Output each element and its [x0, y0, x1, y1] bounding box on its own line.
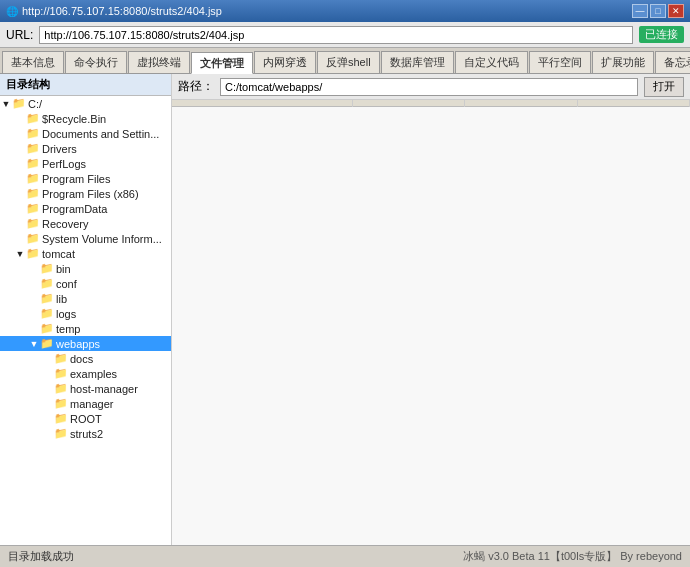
path-label: 路径：	[178, 78, 214, 95]
tab-basic[interactable]: 基本信息	[2, 51, 64, 73]
col-modified[interactable]	[465, 100, 578, 107]
title-bar: 🌐 http://106.75.107.15:8080/struts2/404.…	[0, 0, 690, 22]
folder-icon: 📁	[40, 292, 54, 305]
tab-customcode[interactable]: 自定义代码	[455, 51, 528, 73]
folder-icon: 📁	[26, 157, 40, 170]
tab-bar: 基本信息命令执行虚拟终端文件管理内网穿透反弹shell数据库管理自定义代码平行空…	[0, 48, 690, 74]
folder-icon: 📁	[54, 397, 68, 410]
open-button[interactable]: 打开	[644, 77, 684, 97]
folder-icon: 📁	[40, 337, 54, 350]
folder-icon: 📁	[26, 232, 40, 245]
sidebar-item-struts2_wa[interactable]: 📁 struts2	[0, 426, 171, 441]
tree-label: examples	[70, 368, 117, 380]
folder-icon: 📁	[26, 112, 40, 125]
file-table-header	[172, 100, 690, 107]
tree-label: Drivers	[42, 143, 77, 155]
sidebar-item-webapps[interactable]: ▼ 📁 webapps	[0, 336, 171, 351]
folder-icon: 📁	[26, 142, 40, 155]
url-label: URL:	[6, 28, 33, 42]
tree-label: Documents and Settin...	[42, 128, 159, 140]
folder-icon: 📁	[54, 352, 68, 365]
tree-label: ProgramData	[42, 203, 107, 215]
tree-label: $Recycle.Bin	[42, 113, 106, 125]
minimize-button[interactable]: —	[632, 4, 648, 18]
status-text: 目录加载成功	[8, 549, 74, 564]
folder-icon: 📁	[40, 307, 54, 320]
maximize-button[interactable]: □	[650, 4, 666, 18]
tree-label: ROOT	[70, 413, 102, 425]
folder-icon: 📁	[54, 382, 68, 395]
sidebar-item-program_files_x86[interactable]: 📁 Program Files (x86)	[0, 186, 171, 201]
folder-icon: 📁	[26, 187, 40, 200]
tree-label: System Volume Inform...	[42, 233, 162, 245]
tab-vterm[interactable]: 虚拟终端	[128, 51, 190, 73]
tree-label: temp	[56, 323, 80, 335]
tree-label: conf	[56, 278, 77, 290]
url-input[interactable]	[39, 26, 633, 44]
tab-revshell[interactable]: 反弹shell	[317, 51, 380, 73]
folder-icon: 📁	[40, 322, 54, 335]
tab-dbmgr[interactable]: 数据库管理	[381, 51, 454, 73]
sidebar-tree: ▼ 📁 C:/ 📁 $Recycle.Bin 📁 Documents and S…	[0, 96, 171, 441]
col-size[interactable]	[352, 100, 465, 107]
folder-icon: 📁	[26, 247, 40, 260]
sidebar-item-manager_wa[interactable]: 📁 manager	[0, 396, 171, 411]
sidebar-item-drivers[interactable]: 📁 Drivers	[0, 141, 171, 156]
sidebar-item-docs_settings[interactable]: 📁 Documents and Settin...	[0, 126, 171, 141]
sidebar-item-tomcat[interactable]: ▼ 📁 tomcat	[0, 246, 171, 261]
sidebar-item-program_files[interactable]: 📁 Program Files	[0, 171, 171, 186]
tab-pspace[interactable]: 平行空间	[529, 51, 591, 73]
tree-label: webapps	[56, 338, 100, 350]
sidebar-item-recovery[interactable]: 📁 Recovery	[0, 216, 171, 231]
sidebar-item-examples_wa[interactable]: 📁 examples	[0, 366, 171, 381]
sidebar-item-lib[interactable]: 📁 lib	[0, 291, 171, 306]
folder-icon: 📁	[54, 427, 68, 440]
tab-notes[interactable]: 备忘录	[655, 51, 690, 73]
tree-label: struts2	[70, 428, 103, 440]
sidebar-item-c_drive[interactable]: ▼ 📁 C:/	[0, 96, 171, 111]
tree-label: Recovery	[42, 218, 88, 230]
file-table-wrap	[172, 100, 690, 545]
tree-label: lib	[56, 293, 67, 305]
sidebar-title: 目录结构	[0, 74, 171, 96]
file-panel: 路径： 打开	[172, 74, 690, 545]
sidebar-item-root_wa[interactable]: 📁 ROOT	[0, 411, 171, 426]
sidebar-item-perflogs[interactable]: 📁 PerfLogs	[0, 156, 171, 171]
status-right: 冰蝎 v3.0 Beta 11【t00ls专版】 By rebeyond	[463, 549, 682, 564]
folder-icon: 📁	[26, 202, 40, 215]
tab-netpenetrate[interactable]: 内网穿透	[254, 51, 316, 73]
col-name[interactable]	[172, 100, 352, 107]
close-button[interactable]: ✕	[668, 4, 684, 18]
file-table	[172, 100, 690, 107]
tree-label: host-manager	[70, 383, 138, 395]
tab-extensions[interactable]: 扩展功能	[592, 51, 654, 73]
folder-icon: 📁	[54, 367, 68, 380]
title-icon: 🌐	[6, 6, 18, 17]
main-area: 目录结构 ▼ 📁 C:/ 📁 $Recycle.Bin 📁 Documents …	[0, 74, 690, 545]
folder-icon: 📁	[40, 277, 54, 290]
sidebar-item-temp[interactable]: 📁 temp	[0, 321, 171, 336]
path-input[interactable]	[220, 78, 638, 96]
tree-label: Program Files	[42, 173, 110, 185]
tab-cmd[interactable]: 命令执行	[65, 51, 127, 73]
sidebar-item-conf[interactable]: 📁 conf	[0, 276, 171, 291]
sidebar-item-srecycle[interactable]: 📁 $Recycle.Bin	[0, 111, 171, 126]
folder-icon: 📁	[26, 172, 40, 185]
tree-arrow: ▼	[14, 249, 26, 259]
sidebar-item-logs[interactable]: 📁 logs	[0, 306, 171, 321]
sidebar-item-docs_wa[interactable]: 📁 docs	[0, 351, 171, 366]
tree-label: PerfLogs	[42, 158, 86, 170]
sidebar-item-bin[interactable]: 📁 bin	[0, 261, 171, 276]
tab-filemgr[interactable]: 文件管理	[191, 52, 253, 74]
tree-label: bin	[56, 263, 71, 275]
folder-icon: 📁	[54, 412, 68, 425]
folder-icon: 📁	[12, 97, 26, 110]
folder-icon: 📁	[26, 217, 40, 230]
sidebar-item-programdata[interactable]: 📁 ProgramData	[0, 201, 171, 216]
col-perms[interactable]	[577, 100, 690, 107]
sidebar-item-system_volume[interactable]: 📁 System Volume Inform...	[0, 231, 171, 246]
tree-label: C:/	[28, 98, 42, 110]
status-bar: 目录加载成功 冰蝎 v3.0 Beta 11【t00ls专版】 By rebey…	[0, 545, 690, 567]
window-controls: — □ ✕	[632, 4, 684, 18]
sidebar-item-host_manager_wa[interactable]: 📁 host-manager	[0, 381, 171, 396]
